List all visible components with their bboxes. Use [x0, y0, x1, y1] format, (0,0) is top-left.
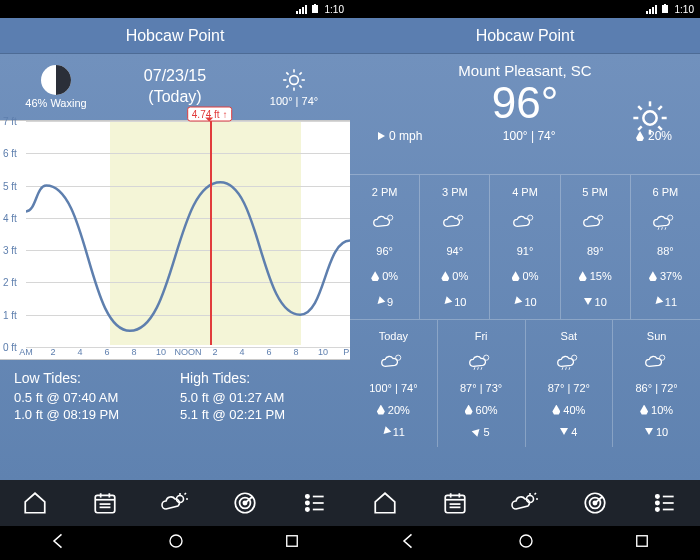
page-title: Hobcaw Point [126, 27, 225, 45]
hourly-cell[interactable]: 2 PM96°0%9 [350, 175, 420, 319]
hour-precip: 37% [649, 270, 682, 282]
home-icon [22, 490, 48, 516]
low-tide-row: 1.0 ft @ 08:19 PM [14, 407, 170, 422]
nav-home[interactable] [167, 532, 185, 554]
list-icon [302, 490, 328, 516]
day-label: Today [379, 330, 408, 342]
drop-icon [371, 271, 379, 281]
low-tide-row: 0.5 ft @ 07:40 AM [14, 390, 170, 405]
tide-header: 46% Waxing 07/23/15 (Today) 100° | 74° [0, 54, 350, 120]
wind-arrow-icon [560, 428, 568, 435]
hourly-cell[interactable]: 5 PM89°15%10 [561, 175, 631, 319]
hour-wind: 11 [654, 296, 677, 308]
tab-calendar[interactable] [437, 485, 473, 521]
drop-icon [377, 405, 385, 415]
hour-precip: 0% [441, 270, 468, 282]
high-tides-header: High Tides: [180, 370, 336, 386]
day-wind: 11 [382, 426, 405, 438]
hour-temp: 89° [587, 245, 604, 257]
hourly-forecast[interactable]: 2 PM96°0%93 PM94°0%104 PM91°0%105 PM89°1… [350, 174, 700, 319]
svg-point-27 [306, 508, 309, 511]
svg-line-54 [474, 367, 475, 370]
high-tide-row: 5.1 ft @ 02:21 PM [180, 407, 336, 422]
tab-radar[interactable] [227, 485, 263, 521]
date-sub: (Today) [144, 87, 206, 108]
back-icon [49, 531, 69, 551]
daily-cell[interactable]: Fri87° | 73°60%5 [438, 320, 526, 447]
svg-line-7 [286, 72, 288, 74]
svg-line-50 [662, 227, 663, 230]
svg-line-41 [658, 126, 662, 129]
svg-rect-33 [662, 5, 668, 13]
svg-rect-1 [314, 4, 316, 5]
date-display[interactable]: 07/23/15 (Today) [144, 66, 206, 108]
tab-home[interactable] [17, 485, 53, 521]
sun-icon [630, 98, 670, 138]
high-tide-row: 5.0 ft @ 01:27 AM [180, 390, 336, 405]
svg-rect-83 [637, 536, 648, 547]
day-precip: 20% [377, 404, 410, 416]
hour-label: 6 PM [653, 186, 679, 198]
daily-cell[interactable]: Today100° | 74°20%11 [350, 320, 438, 447]
drop-icon [552, 405, 560, 415]
svg-line-49 [658, 227, 659, 230]
cloud-icon [652, 212, 678, 232]
hourly-cell[interactable]: 4 PM91°0%10 [490, 175, 560, 319]
nav-home[interactable] [517, 532, 535, 554]
wind-arrow-icon [645, 428, 653, 435]
tab-home[interactable] [367, 485, 403, 521]
wind-arrow-icon [380, 426, 391, 437]
day-wind: 4 [560, 426, 577, 438]
tab-bar [0, 480, 350, 526]
daily-forecast[interactable]: Today100° | 74°20%11Fri87° | 73°60%5Sat8… [350, 319, 700, 447]
wind-arrow-icon [375, 296, 386, 307]
hour-precip: 0% [371, 270, 398, 282]
screen-weather: 1:10 Hobcaw Point Mount Pleasant, SC 96°… [350, 0, 700, 560]
svg-line-56 [481, 367, 482, 370]
square-icon [283, 532, 301, 550]
nav-back[interactable] [399, 531, 419, 555]
wind-arrow-icon [442, 296, 453, 307]
sun-icon [281, 67, 307, 93]
svg-line-58 [562, 367, 563, 370]
tab-list[interactable] [297, 485, 333, 521]
daily-cell[interactable]: Sun86° | 72°10%10 [613, 320, 700, 447]
drop-icon [579, 271, 587, 281]
svg-line-51 [665, 227, 666, 230]
tab-weather[interactable] [157, 485, 193, 521]
cloud-icon [468, 352, 494, 372]
tab-calendar[interactable] [87, 485, 123, 521]
day-precip: 40% [552, 404, 585, 416]
nav-back[interactable] [49, 531, 69, 555]
svg-line-43 [658, 106, 662, 110]
current-wind: 0 mph [378, 129, 422, 143]
hourly-cell[interactable]: 3 PM94°0%10 [420, 175, 490, 319]
svg-line-10 [299, 72, 301, 74]
svg-line-8 [299, 85, 301, 87]
daily-cell[interactable]: Sat87° | 72°40%4 [526, 320, 614, 447]
svg-line-55 [478, 367, 479, 370]
nav-recent[interactable] [633, 532, 651, 554]
battery-icon [311, 4, 321, 14]
wind-arrow-icon [378, 132, 385, 140]
tide-chart[interactable]: 0 ft1 ft2 ft3 ft4 ft5 ft6 ft7 ftAM246810… [0, 120, 350, 360]
tab-list[interactable] [647, 485, 683, 521]
tab-radar[interactable] [577, 485, 613, 521]
nav-recent[interactable] [283, 532, 301, 554]
low-tides-col: Low Tides: 0.5 ft @ 07:40 AM 1.0 ft @ 08… [14, 370, 170, 424]
hour-precip: 0% [512, 270, 539, 282]
android-nav-bar [350, 526, 700, 560]
svg-line-9 [286, 85, 288, 87]
radar-icon [582, 490, 608, 516]
high-tides-col: High Tides: 5.0 ft @ 01:27 AM 5.1 ft @ 0… [180, 370, 336, 424]
svg-rect-32 [287, 536, 298, 547]
hourly-cell[interactable]: 6 PM88°37%11 [631, 175, 700, 319]
tab-weather[interactable] [507, 485, 543, 521]
svg-point-77 [656, 501, 659, 504]
day-label: Sat [561, 330, 578, 342]
day-precip: 10% [640, 404, 673, 416]
hour-precip: 15% [579, 270, 612, 282]
status-time: 1:10 [325, 4, 344, 15]
hour-temp: 91° [517, 245, 534, 257]
calendar-icon [92, 490, 118, 516]
